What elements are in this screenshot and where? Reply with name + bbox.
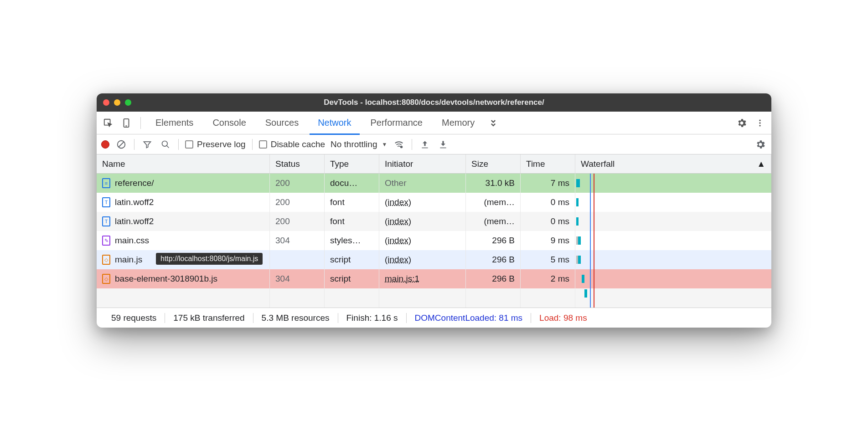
cell-waterfall [575,250,771,269]
file-name: latin.woff2 [115,216,154,226]
initiator-link[interactable]: (index) [385,197,411,207]
col-waterfall[interactable]: Waterfall ▲ [575,154,771,173]
tab-performance[interactable]: Performance [362,112,431,134]
transferred-size: 175 kB transferred [165,313,253,323]
col-size[interactable]: Size [466,154,521,173]
search-icon[interactable] [159,138,172,151]
cell-initiator[interactable]: (index) [379,193,466,212]
cell-time: 5 ms [521,250,575,269]
empty-row [97,288,771,308]
table-row[interactable]: ◇main.jshttp://localhost:8080/js/main.js… [97,250,771,269]
cell-time: 7 ms [521,174,575,193]
file-type-icon: ≡ [102,178,110,188]
main-tabbar: Elements Console Sources Network Perform… [97,112,771,134]
cell-size: 31.0 kB [466,174,521,193]
file-type-icon: T [102,197,110,207]
disable-cache-label: Disable cache [271,139,325,149]
cell-time: 2 ms [521,269,575,288]
table-header: Name Status Type Initiator Size Time Wat… [97,154,771,174]
initiator-link[interactable]: (index) [385,216,411,226]
cell-initiator[interactable]: (index) [379,250,466,269]
file-name: base-element-3018901b.js [115,274,217,284]
cell-status: 200 [270,193,325,212]
tab-console[interactable]: Console [204,112,254,134]
record-button[interactable] [101,140,109,149]
sort-indicator-icon: ▲ [757,159,765,169]
window-title: DevTools - localhost:8080/docs/devtools/… [97,98,771,107]
network-toolbar: Preserve log Disable cache No throttling… [97,134,771,154]
cell-time: 0 ms [521,193,575,212]
cell-name[interactable]: ◇main.jshttp://localhost:8080/js/main.js [97,250,270,269]
requests-count: 59 requests [103,313,165,323]
svg-point-3 [759,119,760,121]
inspect-element-icon[interactable] [100,115,116,131]
initiator-link[interactable]: main.js:1 [385,274,419,284]
cell-type: font [325,193,379,212]
cell-type: script [325,250,379,269]
cell-status: 200 [270,212,325,231]
cell-name[interactable]: ◇base-element-3018901b.js [97,269,270,288]
col-name[interactable]: Name [97,154,270,173]
cell-name[interactable]: ≡reference/ [97,174,270,193]
cell-type: styles… [325,231,379,250]
tab-network[interactable]: Network [310,112,359,134]
disable-cache-checkbox[interactable]: Disable cache [259,139,325,149]
cell-initiator[interactable]: (index) [379,212,466,231]
file-name: main.js [115,255,142,265]
preserve-log-label: Preserve log [197,139,246,149]
cell-initiator[interactable]: main.js:1 [379,269,466,288]
file-name: main.css [115,236,149,246]
status-bar: 59 requests 175 kB transferred 5.3 MB re… [97,308,771,328]
throttling-dropdown[interactable]: No throttling ▼ [331,139,387,149]
cell-initiator[interactable]: (index) [379,231,466,250]
table-row[interactable]: Tlatin.woff2200font(index)(mem…0 ms [97,193,771,212]
titlebar: DevTools - localhost:8080/docs/devtools/… [97,93,771,112]
cell-size: (mem… [466,193,521,212]
devtools-window: DevTools - localhost:8080/docs/devtools/… [97,93,771,328]
upload-har-icon[interactable] [418,138,431,151]
device-toolbar-icon[interactable] [119,115,134,131]
tab-elements[interactable]: Elements [147,112,202,134]
preserve-log-checkbox[interactable]: Preserve log [185,139,246,149]
tab-sources[interactable]: Sources [257,112,307,134]
col-status[interactable]: Status [270,154,325,173]
initiator-link[interactable]: (index) [385,255,411,265]
filter-icon[interactable] [141,138,154,151]
network-conditions-icon[interactable] [393,138,405,151]
cell-waterfall [575,212,771,231]
file-type-icon: ◇ [102,255,110,265]
cell-status: 304 [270,231,325,250]
cell-waterfall [575,193,771,212]
cell-waterfall [575,269,771,288]
panel-settings-icon[interactable] [754,138,767,151]
cell-name[interactable]: ✎main.css [97,231,270,250]
zoom-window-button[interactable] [125,99,131,106]
minimize-window-button[interactable] [114,99,120,106]
col-initiator[interactable]: Initiator [379,154,466,173]
tab-memory[interactable]: Memory [434,112,483,134]
cell-waterfall [575,174,771,193]
cell-status [270,250,325,269]
cell-name[interactable]: Tlatin.woff2 [97,193,270,212]
cell-status: 304 [270,269,325,288]
cell-waterfall [575,231,771,250]
table-row[interactable]: ✎main.css304styles…(index)296 B9 ms [97,231,771,250]
table-row[interactable]: ≡reference/200docu…Other31.0 kB7 ms [97,174,771,193]
more-tabs-icon[interactable] [486,115,501,131]
col-type[interactable]: Type [325,154,379,173]
clear-icon[interactable] [115,138,128,151]
cell-name[interactable]: Tlatin.woff2 [97,212,270,231]
svg-point-4 [759,122,760,123]
traffic-lights [103,99,131,106]
settings-icon[interactable] [734,115,749,131]
col-time[interactable]: Time [521,154,575,173]
table-row[interactable]: Tlatin.woff2200font(index)(mem…0 ms [97,212,771,231]
svg-point-5 [759,125,760,126]
table-row[interactable]: ◇base-element-3018901b.js304scriptmain.j… [97,269,771,288]
cell-size: (mem… [466,212,521,231]
close-window-button[interactable] [103,99,109,106]
kebab-menu-icon[interactable] [752,115,768,131]
initiator-link[interactable]: (index) [385,236,411,246]
url-tooltip: http://localhost:8080/js/main.js [156,253,263,265]
download-har-icon[interactable] [437,138,450,151]
